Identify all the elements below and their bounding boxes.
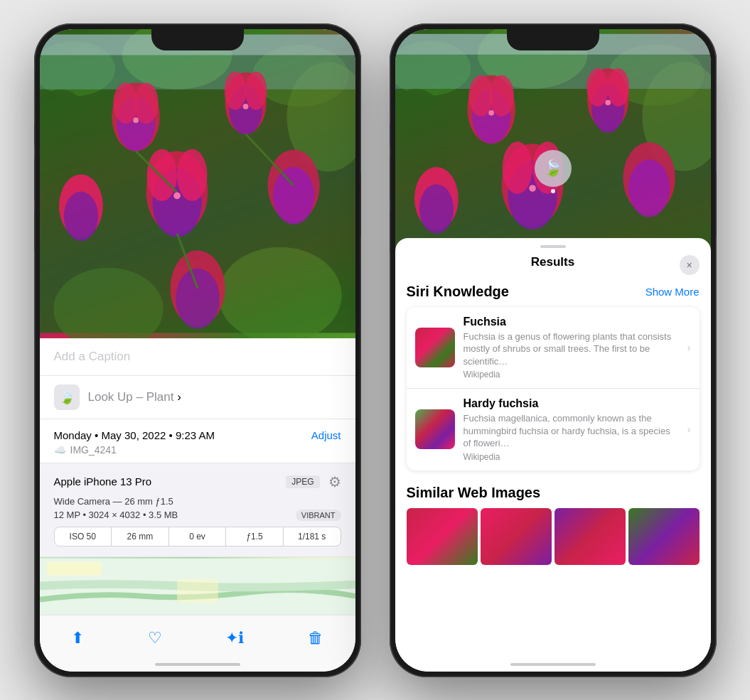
phones-container: Add a Caption 🍃 Look Up – Plant › Monday… (34, 23, 717, 677)
notch-right (507, 29, 599, 50)
svg-point-56 (502, 141, 532, 193)
results-close-button[interactable]: × (680, 255, 700, 275)
exif-ev: 0 ev (169, 527, 227, 546)
hardy-text: Hardy fuchsia Fuchsia magellanica, commo… (464, 397, 679, 462)
phone2-screen: 🍃 Results × Siri Knowledge Show More (395, 29, 711, 672)
web-image-2[interactable] (481, 508, 552, 565)
cloud-icon: ☁️ (54, 444, 66, 456)
svg-point-20 (177, 149, 207, 200)
phone-right-inner: 🍃 Results × Siri Knowledge Show More (395, 29, 711, 672)
svg-point-16 (245, 71, 267, 109)
device-name: Apple iPhone 13 Pro (54, 475, 152, 488)
home-bar-right (510, 663, 596, 666)
web-images-row (407, 508, 700, 565)
heart-button[interactable]: ♡ (148, 629, 162, 647)
info-button[interactable]: ✦ℹ (225, 629, 244, 647)
mute-button[interactable] (34, 123, 35, 146)
adjust-button[interactable]: Adjust (311, 429, 341, 441)
date-info-section: Monday • May 30, 2022 • 9:23 AM Adjust ☁… (40, 419, 355, 463)
settings-icon[interactable]: ⚙ (328, 473, 341, 490)
exif-iso: ISO 50 (55, 527, 112, 546)
svg-point-33 (242, 104, 248, 109)
fuchsia-thumb (415, 328, 455, 367)
web-image-4[interactable] (628, 508, 700, 565)
fuchsia-chevron: › (687, 342, 691, 353)
svg-point-51 (607, 68, 629, 107)
svg-point-62 (529, 185, 536, 192)
show-more-button[interactable]: Show More (645, 286, 700, 298)
home-bar-left (155, 663, 240, 666)
svg-point-63 (488, 109, 494, 115)
volume-down-button-right[interactable] (390, 210, 390, 252)
power-button[interactable] (360, 173, 361, 237)
siri-section-title: Siri Knowledge (407, 284, 509, 300)
photo-left (40, 29, 355, 338)
svg-point-23 (273, 166, 314, 224)
phone-left: Add a Caption 🍃 Look Up – Plant › Monday… (34, 23, 361, 677)
caption-area[interactable]: Add a Caption (40, 338, 355, 376)
exif-shutter: 1/181 s (284, 527, 341, 546)
share-button[interactable]: ⬆ (71, 629, 84, 647)
svg-point-27 (176, 268, 220, 328)
hardy-name: Hardy fuchsia (464, 397, 679, 410)
fuchsia-desc: Fuchsia is a genus of flowering plants t… (464, 330, 679, 368)
camera-spec: Wide Camera — 26 mm ƒ1.5 (54, 496, 341, 507)
caption-placeholder: Add a Caption (54, 350, 131, 363)
exif-row: ISO 50 26 mm 0 ev ƒ1.5 1/181 s (54, 527, 341, 546)
svg-point-60 (419, 184, 453, 233)
mute-button-right[interactable] (390, 123, 390, 146)
power-button-right[interactable] (716, 173, 717, 237)
svg-point-64 (605, 99, 611, 105)
visual-lookup-dot (551, 189, 555, 193)
hardy-thumb (415, 409, 455, 449)
results-panel: Results × Siri Knowledge Show More (395, 238, 711, 672)
format-badge: JPEG (286, 475, 319, 488)
svg-point-17 (224, 71, 246, 109)
trash-button[interactable]: 🗑 (308, 629, 323, 647)
fuchsia-source: Wikipedia (464, 370, 679, 379)
volume-up-button[interactable] (34, 158, 35, 201)
lookup-row[interactable]: 🍃 Look Up – Plant › (40, 376, 355, 419)
volume-up-button-right[interactable] (390, 158, 390, 201)
exif-mm: 26 mm (112, 527, 169, 546)
visual-lookup-button[interactable]: 🍃 (535, 150, 572, 187)
vibrant-badge: VIBRANT (296, 510, 341, 521)
svg-point-58 (628, 159, 670, 217)
svg-point-31 (173, 192, 181, 199)
date-label: Monday • May 30, 2022 • 9:23 AM (54, 429, 215, 441)
lookup-label: Look Up – Plant › (88, 390, 181, 404)
svg-point-52 (586, 68, 609, 107)
knowledge-card: Fuchsia Fuchsia is a genus of flowering … (407, 307, 700, 470)
volume-down-button[interactable] (34, 210, 35, 252)
notch-left (151, 29, 244, 50)
device-section: Apple iPhone 13 Pro JPEG ⚙ Wide Camera —… (40, 463, 355, 557)
svg-point-48 (468, 75, 493, 116)
svg-rect-36 (177, 578, 218, 603)
web-images-title: Similar Web Images (407, 485, 700, 501)
hardy-chevron: › (687, 424, 691, 435)
phone-right: 🍃 Results × Siri Knowledge Show More (390, 23, 717, 677)
web-images-section: Similar Web Images (395, 476, 711, 571)
hardy-desc: Fuchsia magellanica, commonly known as t… (464, 412, 679, 450)
svg-point-21 (146, 149, 176, 200)
knowledge-item-hardy[interactable]: Hardy fuchsia Fuchsia magellanica, commo… (407, 389, 700, 470)
svg-point-32 (133, 117, 139, 123)
web-image-3[interactable] (555, 508, 626, 565)
exif-f: ƒ1.5 (226, 527, 284, 546)
results-header: Results × (395, 248, 711, 275)
web-image-1[interactable] (407, 508, 478, 565)
fuchsia-text: Fuchsia Fuchsia is a genus of flowering … (464, 316, 679, 380)
phone-left-inner: Add a Caption 🍃 Look Up – Plant › Monday… (40, 29, 355, 672)
results-title: Results (531, 255, 574, 269)
svg-point-13 (113, 82, 138, 124)
phone1-screen: Add a Caption 🍃 Look Up – Plant › Monday… (40, 29, 355, 672)
filename-label: IMG_4241 (70, 444, 117, 456)
siri-knowledge-section: Siri Knowledge Show More Fuchsia (395, 275, 711, 476)
svg-rect-35 (46, 561, 101, 575)
mp-label: 12 MP • 3024 × 4032 • 3.5 MB (54, 510, 178, 520)
knowledge-item-fuchsia[interactable]: Fuchsia Fuchsia is a genus of flowering … (407, 307, 700, 389)
svg-point-25 (63, 191, 97, 240)
hardy-source: Wikipedia (464, 452, 679, 462)
fuchsia-name: Fuchsia (464, 316, 679, 328)
lookup-icon: 🍃 (54, 384, 80, 410)
